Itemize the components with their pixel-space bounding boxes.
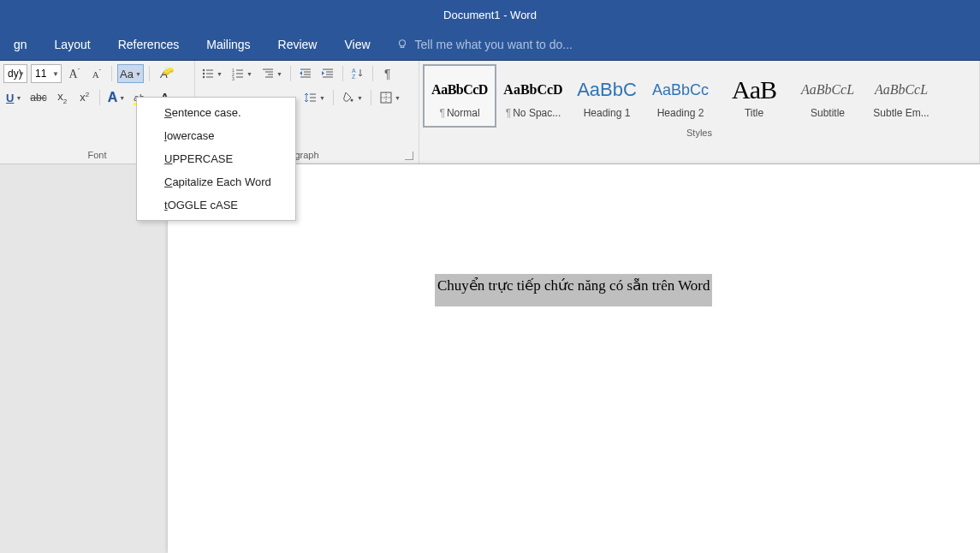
tell-me-placeholder: Tell me what you want to do... — [415, 38, 573, 51]
chevron-down-icon: ▼ — [276, 71, 282, 77]
chevron-down-icon: ▼ — [319, 95, 325, 101]
change-case-menu: Sentence case. lowercase UPPERCASE Capit… — [136, 97, 296, 221]
menu-lowercase[interactable]: lowercase — [137, 124, 295, 147]
separator — [111, 66, 112, 81]
style-preview: AaBbC — [571, 73, 643, 107]
font-size-value: 11 — [35, 68, 46, 80]
style-heading2[interactable]: AaBbCc Heading 2 — [644, 64, 717, 128]
shading-button[interactable]: ▼ — [339, 88, 365, 107]
chevron-down-icon: ▼ — [119, 95, 125, 101]
style-preview: AaBbCcL — [792, 73, 864, 107]
tab-design[interactable]: gn — [0, 29, 41, 60]
numbering-button[interactable]: 123 ▼ — [229, 64, 255, 83]
chevron-down-icon: ▼ — [52, 70, 59, 78]
pilcrow-icon: ¶ — [439, 107, 444, 119]
separator — [333, 90, 334, 105]
style-preview: AaB — [718, 73, 790, 107]
bullets-button[interactable]: ▼ — [199, 64, 225, 83]
chevron-down-icon: ▼ — [246, 71, 252, 77]
borders-button[interactable]: ▼ — [377, 88, 403, 107]
underline-button[interactable]: U▼ — [3, 88, 24, 107]
borders-icon — [379, 91, 393, 104]
chevron-down-icon: ▼ — [135, 71, 141, 77]
shading-icon — [342, 91, 355, 104]
window-title: Document1 - Word — [443, 9, 537, 21]
chevron-down-icon: ▼ — [18, 70, 25, 78]
chevron-down-icon: ▼ — [217, 71, 223, 77]
shrink-font-button[interactable]: Aˇ — [87, 64, 106, 83]
separator — [149, 66, 150, 81]
change-case-button[interactable]: Aa▼ — [117, 64, 144, 83]
tab-layout[interactable]: Layout — [41, 29, 104, 60]
numbering-icon: 123 — [231, 67, 245, 80]
svg-point-30 — [350, 99, 353, 102]
tab-mailings[interactable]: Mailings — [193, 29, 264, 60]
style-preview: AaBbCc — [644, 73, 716, 107]
style-preview: AaBbCcD — [425, 73, 494, 107]
menu-toggle-case[interactable]: tOGGLE cASE — [137, 193, 295, 217]
multilevel-button[interactable]: ▼ — [258, 64, 285, 83]
decrease-indent-button[interactable] — [296, 64, 315, 83]
tab-view[interactable]: View — [330, 29, 383, 60]
svg-point-2 — [203, 73, 205, 74]
multilevel-icon — [261, 67, 275, 80]
decrease-indent-icon — [299, 67, 312, 80]
menu-sentence-case[interactable]: Sentence case. — [137, 101, 295, 124]
grow-font-button[interactable]: Aˆ — [65, 64, 84, 83]
text-effects-button[interactable]: A▼ — [105, 88, 128, 107]
separator — [290, 66, 291, 81]
svg-text:3: 3 — [232, 76, 235, 80]
style-heading1[interactable]: AaBbC Heading 1 — [570, 64, 644, 128]
style-preview: AaBbCcD — [497, 73, 569, 107]
ribbon-tabs: gn Layout References Mailings Review Vie… — [0, 29, 980, 61]
chevron-down-icon: ▼ — [395, 95, 401, 101]
sort-button[interactable]: AZ — [348, 64, 367, 83]
clear-formatting-button[interactable]: A🧽 — [155, 64, 174, 83]
group-styles: AaBbCcD ¶Normal AaBbCcD ¶No Spac... AaBb… — [419, 61, 980, 164]
styles-gallery: AaBbCcD ¶Normal AaBbCcD ¶No Spac... AaBb… — [423, 64, 976, 128]
svg-point-0 — [399, 40, 405, 46]
group-label-styles: Styles — [423, 128, 976, 140]
sort-icon: AZ — [351, 67, 365, 80]
subscript-button[interactable]: x2 — [53, 88, 72, 107]
increase-indent-icon — [321, 67, 335, 80]
font-name-combo[interactable]: dy) ▼ — [3, 64, 27, 83]
dialog-launcher-icon[interactable] — [405, 152, 413, 160]
menu-uppercase[interactable]: UPPERCASE — [137, 147, 295, 170]
pilcrow-icon: ¶ — [506, 107, 511, 119]
bullets-icon — [201, 67, 215, 80]
svg-point-1 — [203, 69, 205, 71]
font-size-combo[interactable]: 11 ▼ — [31, 64, 62, 83]
chevron-down-icon: ▼ — [357, 95, 363, 101]
style-subtle-emphasis[interactable]: AaBbCcL Subtle Em... — [864, 64, 938, 128]
line-spacing-icon — [304, 91, 318, 104]
document-page[interactable]: Chuyển trực tiếp chức năng có sẵn trên W… — [168, 164, 980, 553]
style-preview: AaBbCcL — [865, 73, 937, 107]
selected-text[interactable]: Chuyển trực tiếp chức năng có sẵn trên W… — [435, 274, 712, 306]
menu-capitalize-each-word[interactable]: Capitalize Each Word — [137, 170, 295, 193]
style-normal[interactable]: AaBbCcD ¶Normal — [423, 64, 496, 128]
show-marks-button[interactable]: ¶ — [378, 64, 397, 83]
strikethrough-button[interactable]: abc — [27, 88, 49, 107]
separator — [371, 90, 371, 105]
tab-references[interactable]: References — [104, 29, 193, 60]
line-spacing-button[interactable]: ▼ — [301, 88, 328, 107]
svg-point-3 — [203, 76, 205, 78]
style-title[interactable]: AaB Title — [717, 64, 791, 128]
separator — [99, 90, 100, 105]
tab-review[interactable]: Review — [264, 29, 331, 60]
separator — [372, 66, 373, 81]
svg-text:A: A — [352, 68, 356, 74]
chevron-down-icon: ▼ — [15, 95, 21, 101]
svg-text:Z: Z — [352, 74, 356, 80]
increase-indent-button[interactable] — [318, 64, 337, 83]
separator — [342, 66, 343, 81]
tell-me-search[interactable]: Tell me what you want to do... — [396, 38, 573, 51]
style-subtitle[interactable]: AaBbCcL Subtitle — [791, 64, 864, 128]
lightbulb-icon — [396, 39, 408, 51]
superscript-button[interactable]: x2 — [75, 88, 94, 107]
style-nospacing[interactable]: AaBbCcD ¶No Spac... — [496, 64, 570, 128]
title-bar: Document1 - Word — [0, 0, 980, 29]
